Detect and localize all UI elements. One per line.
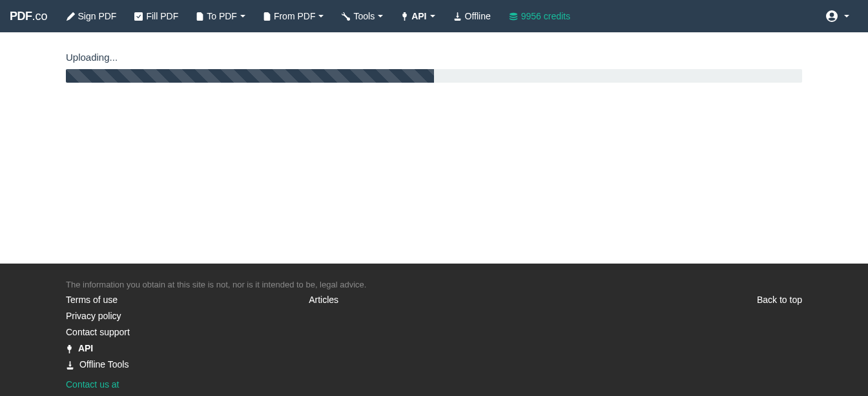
nav-tools-label: Tools	[353, 11, 375, 21]
footer-back-to-top[interactable]: Back to top	[552, 292, 802, 308]
nav-sign-label: Sign PDF	[78, 11, 117, 21]
coins-icon	[509, 12, 518, 21]
nav-tools[interactable]: Tools	[333, 0, 392, 32]
footer-col-1: Terms of use Privacy policy Contact supp…	[66, 292, 309, 373]
uploading-label: Uploading...	[66, 52, 802, 63]
wrench-icon	[342, 12, 350, 21]
plug-icon	[401, 12, 408, 21]
file-icon	[264, 12, 271, 21]
footer: The information you obtain at this site …	[0, 264, 868, 396]
nav-fill-label: Fill PDF	[146, 11, 178, 21]
footer-api[interactable]: API	[66, 340, 309, 357]
brand-co: .co	[32, 10, 48, 23]
footer-terms[interactable]: Terms of use	[66, 292, 309, 308]
footer-disclaimer: The information you obtain at this site …	[66, 280, 802, 289]
nav-to-pdf[interactable]: To PDF	[187, 0, 254, 32]
nav-from-pdf[interactable]: From PDF	[254, 0, 333, 32]
nav-to-pdf-label: To PDF	[207, 11, 237, 21]
caret-down-icon	[430, 15, 435, 17]
top-navbar: PDF.co Sign PDF Fill PDF To PDF From PDF…	[0, 0, 868, 32]
footer-api-label: API	[78, 343, 93, 353]
caret-down-icon	[844, 15, 849, 17]
nav-from-pdf-label: From PDF	[274, 11, 316, 21]
upload-progress-bar	[66, 69, 434, 83]
footer-articles[interactable]: Articles	[309, 292, 552, 308]
file-icon	[196, 12, 203, 21]
caret-down-icon	[240, 15, 245, 17]
nav-credits-label: 9956 credits	[521, 11, 570, 21]
nav-fill-pdf[interactable]: Fill PDF	[125, 0, 187, 32]
user-circle-icon	[826, 10, 838, 22]
upload-progress	[66, 69, 802, 83]
footer-support[interactable]: Contact support	[66, 324, 309, 340]
download-icon	[453, 12, 462, 21]
nav-offline-label: Offline	[465, 11, 491, 21]
brand-logo[interactable]: PDF.co	[10, 10, 48, 23]
pencil-icon	[67, 12, 75, 21]
caret-down-icon	[378, 15, 383, 17]
caret-down-icon	[318, 15, 324, 17]
nav-credits[interactable]: 9956 credits	[500, 0, 579, 32]
plug-icon	[66, 345, 73, 353]
footer-col-3: Back to top	[552, 292, 802, 373]
footer-offline-label: Offline Tools	[79, 359, 129, 370]
nav-api-label: API	[411, 11, 426, 21]
footer-privacy[interactable]: Privacy policy	[66, 308, 309, 324]
nav-sign-pdf[interactable]: Sign PDF	[57, 0, 126, 32]
svg-point-0	[510, 12, 517, 15]
footer-col-2: Articles	[309, 292, 552, 373]
nav-list: Sign PDF Fill PDF To PDF From PDF Tools …	[57, 0, 817, 32]
check-square-icon	[134, 12, 143, 21]
footer-contact[interactable]: Contact us at	[66, 379, 119, 390]
nav-right	[817, 0, 858, 32]
footer-offline-tools[interactable]: Offline Tools	[66, 357, 309, 373]
nav-api[interactable]: API	[392, 0, 444, 32]
user-menu[interactable]	[817, 0, 858, 32]
nav-offline[interactable]: Offline	[444, 0, 500, 32]
brand-pdf: PDF	[10, 10, 32, 23]
main-content: Uploading...	[66, 32, 802, 83]
download-icon	[66, 361, 74, 370]
